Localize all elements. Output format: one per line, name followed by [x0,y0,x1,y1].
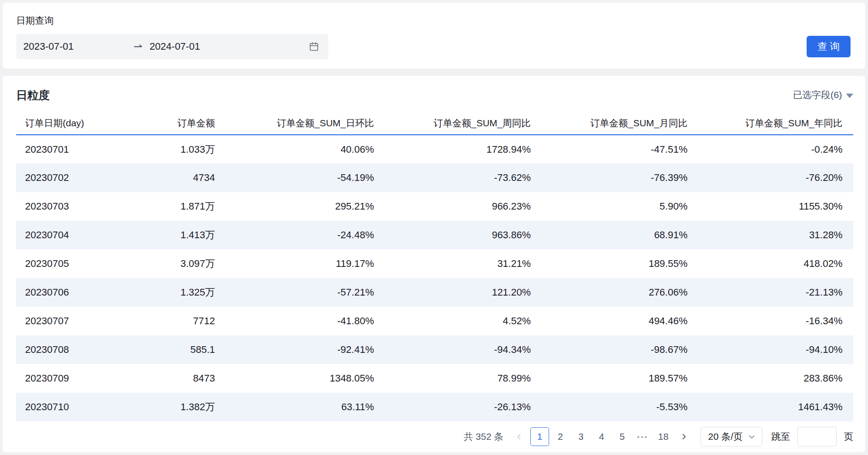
table-row: 202307077712-41.80%4.52%494.46%-16.34% [16,307,853,335]
cell-value: 78.99% [385,364,541,393]
calendar-icon [309,41,319,52]
cell-order-date: 20230708 [16,335,124,364]
selected-fields-dropdown[interactable]: 已选字段(6) [793,89,853,101]
table-row: 202307041.413万-24.48%963.86%68.91%31.28% [16,221,853,249]
cell-value: 4.52% [385,307,541,335]
query-button[interactable]: 查 询 [807,36,851,57]
cell-value: -76.39% [541,163,698,192]
cell-order-date: 20230703 [16,192,124,221]
table-card: 日粒度 已选字段(6) 订单日期(day)订单金额订单金额_SUM_日环比订单金… [3,76,865,452]
cell-value: 283.86% [698,364,853,393]
table-header-row: 订单日期(day)订单金额订单金额_SUM_日环比订单金额_SUM_周同比订单金… [16,112,853,135]
more-pages-ellipsis[interactable]: ••• [633,427,652,446]
page-button-1[interactable]: 1 [530,427,549,446]
next-page-button[interactable] [675,427,693,446]
cell-value: 31.28% [698,221,853,249]
cell-value: 1728.94% [385,135,541,163]
cell-value: 276.06% [541,278,698,307]
date-range-picker[interactable]: 2023-07-01 ⇀ 2024-07-01 [16,34,328,59]
page-button-last[interactable]: 18 [654,427,673,446]
cell-value: 5.90% [541,192,698,221]
column-header-5: 订单金额_SUM_年同比 [698,112,853,135]
table-row: 2023070984731348.05%78.99%189.57%283.86% [16,364,853,393]
cell-value: -41.80% [226,307,385,335]
cell-value: 189.57% [541,364,698,393]
cell-value: 40.06% [226,135,385,163]
cell-order-date: 20230710 [16,393,124,421]
cell-value: -73.62% [385,163,541,192]
cell-value: 1.325万 [124,278,226,307]
table-row: 202307061.325万-57.21%121.20%276.06%-21.1… [16,278,853,307]
cell-order-date: 20230702 [16,163,124,192]
cell-order-date: 20230709 [16,364,124,393]
date-query-label: 日期查询 [16,14,851,27]
page-button-5[interactable]: 5 [613,427,632,446]
cell-value: -47.51% [541,135,698,163]
cell-value: 1.382万 [124,393,226,421]
cell-value: 494.46% [541,307,698,335]
table-row: 20230708585.1-92.41%-94.34%-98.67%-94.10… [16,335,853,364]
page-size-select[interactable]: 20 条/页 [700,427,762,446]
cell-value: -92.41% [226,335,385,364]
prev-page-button[interactable] [510,427,529,446]
start-date-value[interactable]: 2023-07-01 [23,41,133,52]
page: 日期查询 2023-07-01 ⇀ 2024-07-01 查 询 [0,0,868,455]
pagination: 共 352 条 12345 ••• 18 20 条/页 跳至 页 [16,427,853,446]
cell-value: -98.67% [541,335,698,364]
page-size-value: 20 条/页 [708,430,743,443]
total-count: 共 352 条 [464,430,503,443]
cell-value: 3.097万 [124,249,226,278]
page-button-4[interactable]: 4 [592,427,611,446]
table-row: 202307101.382万63.11%-26.13%-5.53%1461.43… [16,393,853,421]
column-header-3: 订单金额_SUM_周同比 [385,112,541,135]
table-row: 202307011.033万40.06%1728.94%-47.51%-0.24… [16,135,853,163]
column-header-0: 订单日期(day) [16,112,124,135]
table-row: 202307053.097万119.17%31.21%189.55%418.02… [16,249,853,278]
cell-value: 31.21% [385,249,541,278]
cell-value: 585.1 [124,335,226,364]
cell-value: 1155.30% [698,192,853,221]
column-header-1: 订单金额 [124,112,226,135]
table-title: 日粒度 [16,88,50,103]
cell-value: -94.10% [698,335,853,364]
table-header-bar: 日粒度 已选字段(6) [16,87,853,103]
cell-value: 63.11% [226,393,385,421]
data-table: 订单日期(day)订单金额订单金额_SUM_日环比订单金额_SUM_周同比订单金… [16,112,853,421]
cell-value: 1348.05% [226,364,385,393]
caret-down-icon [846,94,853,98]
page-button-2[interactable]: 2 [551,427,570,446]
cell-value: -94.34% [385,335,541,364]
page-number-list: 12345 [530,427,632,446]
table-row: 202307031.871万295.21%966.23%5.90%1155.30… [16,192,853,221]
cell-value: -57.21% [226,278,385,307]
cell-value: 963.86% [385,221,541,249]
cell-value: 1.413万 [124,221,226,249]
date-query-card: 日期查询 2023-07-01 ⇀ 2024-07-01 查 询 [3,3,865,69]
cell-value: -21.13% [698,278,853,307]
cell-value: 966.23% [385,192,541,221]
cell-value: 68.91% [541,221,698,249]
jump-page-input[interactable] [797,427,837,446]
cell-value: 1.033万 [124,135,226,163]
cell-value: -54.19% [226,163,385,192]
cell-value: 8473 [124,364,226,393]
cell-order-date: 20230705 [16,249,124,278]
jump-to-label: 跳至 [771,430,790,443]
selected-fields-label: 已选字段(6) [793,89,842,101]
cell-value: 4734 [124,163,226,192]
filter-row: 2023-07-01 ⇀ 2024-07-01 查 询 [16,34,851,59]
cell-value: 418.02% [698,249,853,278]
cell-value: -24.48% [226,221,385,249]
end-date-value[interactable]: 2024-07-01 [150,41,200,52]
cell-value: 1.871万 [124,192,226,221]
cell-value: -76.20% [698,163,853,192]
cell-value: -0.24% [698,135,853,163]
cell-order-date: 20230706 [16,278,124,307]
cell-value: 295.21% [226,192,385,221]
page-button-3[interactable]: 3 [572,427,590,446]
column-header-4: 订单金额_SUM_月同比 [541,112,698,135]
cell-order-date: 20230704 [16,221,124,249]
cell-value: -5.53% [541,393,698,421]
arrow-right-icon: ⇀ [133,41,142,52]
column-header-2: 订单金额_SUM_日环比 [226,112,385,135]
